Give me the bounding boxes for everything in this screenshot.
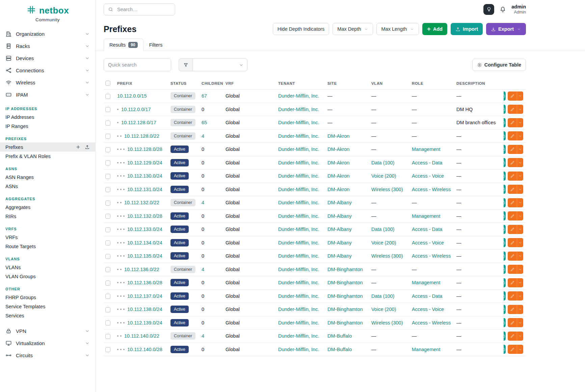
children-link[interactable]: 67 — [202, 93, 207, 99]
edit-dropdown-button[interactable] — [517, 238, 523, 247]
row-checkbox[interactable] — [105, 334, 110, 339]
notifications-button[interactable] — [499, 6, 506, 13]
brand[interactable]: netbox Community — [0, 0, 95, 24]
row-checkbox[interactable] — [105, 267, 110, 272]
role-link[interactable]: Access - Data — [412, 227, 442, 232]
copy-button[interactable] — [504, 265, 506, 274]
sidebar-item-aggregates[interactable]: Aggregates — [0, 203, 95, 212]
edit-dropdown-button[interactable] — [517, 172, 523, 181]
edit-dropdown-button[interactable] — [517, 318, 523, 327]
prefix-link[interactable]: 10.112.128.0/28 — [127, 147, 162, 152]
sidebar-item-ip-ranges[interactable]: IP Ranges — [0, 122, 95, 131]
site-link[interactable]: DM-Akron — [327, 133, 349, 139]
sidebar-item-fhrp-groups[interactable]: FHRP Groups — [0, 293, 95, 302]
role-link[interactable]: Access - Data — [412, 160, 442, 165]
role-link[interactable]: Access - Wireless — [412, 320, 451, 325]
prefix-link[interactable]: 10.112.140.0/28 — [127, 347, 162, 352]
sidebar-item-prefixes[interactable]: Prefixes — [0, 142, 95, 152]
sidebar-item-asns[interactable]: ASNs — [0, 182, 95, 191]
copy-button[interactable] — [504, 252, 506, 261]
prefix-link[interactable]: 10.112.131.0/24 — [127, 187, 162, 192]
edit-dropdown-button[interactable] — [517, 105, 523, 114]
tab-filters[interactable]: Filters — [143, 38, 168, 51]
tenant-link[interactable]: Dunder-Mifflin, Inc. — [278, 133, 319, 139]
edit-button[interactable] — [508, 172, 517, 181]
edit-dropdown-button[interactable] — [517, 158, 523, 167]
global-search[interactable] — [104, 3, 175, 16]
prefix-link[interactable]: 10.112.132.0/28 — [127, 213, 162, 219]
sidebar-item-organization[interactable]: Organization — [0, 28, 95, 40]
sidebar-item-route-targets[interactable]: Route Targets — [0, 242, 95, 251]
row-checkbox[interactable] — [105, 107, 110, 112]
tab-results[interactable]: Results 90 — [104, 38, 143, 51]
row-checkbox[interactable] — [105, 147, 110, 152]
saved-filter-select[interactable] — [193, 58, 247, 71]
tenant-link[interactable]: Dunder-Mifflin, Inc. — [278, 107, 319, 112]
role-link[interactable]: Access - Wireless — [412, 253, 451, 259]
import-prefixes-button[interactable] — [85, 145, 90, 150]
tenant-link[interactable]: Dunder-Mifflin, Inc. — [278, 320, 319, 325]
edit-dropdown-button[interactable] — [517, 332, 523, 341]
tenant-link[interactable]: Dunder-Mifflin, Inc. — [278, 227, 319, 232]
edit-button[interactable] — [508, 118, 517, 127]
copy-button[interactable] — [504, 278, 506, 287]
max-depth-dropdown[interactable]: Max Depth — [333, 23, 373, 35]
site-link[interactable]: DM-Akron — [327, 187, 349, 192]
edit-button[interactable] — [508, 305, 517, 314]
edit-button[interactable] — [508, 345, 517, 354]
role-link[interactable]: Management — [412, 147, 441, 152]
site-link[interactable]: DM-Buffalo — [327, 347, 352, 352]
role-link[interactable]: Management — [412, 347, 441, 352]
export-button[interactable]: Export — [486, 23, 526, 35]
site-link[interactable]: DM-Albany — [327, 200, 352, 205]
site-link[interactable]: DM-Albany — [327, 227, 352, 232]
site-link[interactable]: DM-Akron — [327, 160, 349, 165]
row-checkbox[interactable] — [105, 227, 110, 232]
edit-button[interactable] — [508, 238, 517, 247]
sidebar-item-vrfs[interactable]: VRFs — [0, 233, 95, 242]
role-link[interactable]: Access - Voice — [412, 240, 444, 245]
edit-button[interactable] — [508, 225, 517, 234]
sidebar-item-wireless[interactable]: Wireless — [0, 76, 95, 88]
prefix-link[interactable]: 10.112.128.0/22 — [124, 133, 159, 139]
edit-dropdown-button[interactable] — [517, 225, 523, 234]
prefix-link[interactable]: 10.112.128.0/17 — [121, 120, 156, 125]
edit-button[interactable] — [508, 291, 517, 300]
edit-dropdown-button[interactable] — [517, 291, 523, 300]
role-link[interactable]: Access - Voice — [412, 173, 444, 179]
edit-dropdown-button[interactable] — [517, 145, 523, 154]
tenant-link[interactable]: Dunder-Mifflin, Inc. — [278, 293, 319, 299]
prefix-link[interactable]: 10.112.0.0/15 — [117, 93, 147, 99]
edit-button[interactable] — [508, 318, 517, 327]
row-checkbox[interactable] — [105, 160, 110, 165]
edit-dropdown-button[interactable] — [517, 265, 523, 274]
row-checkbox[interactable] — [105, 347, 110, 352]
edit-dropdown-button[interactable] — [517, 345, 523, 354]
row-checkbox[interactable] — [105, 94, 110, 99]
prefix-link[interactable]: 10.112.140.0/22 — [124, 333, 159, 339]
site-link[interactable]: DM-Binghamton — [327, 320, 363, 325]
edit-dropdown-button[interactable] — [517, 252, 523, 261]
prefix-link[interactable]: 10.112.136.0/28 — [127, 280, 162, 285]
row-checkbox[interactable] — [105, 187, 110, 192]
column-header-tenant[interactable]: Tenant — [278, 77, 327, 89]
vlan-link[interactable]: Wireless (300) — [371, 320, 403, 325]
sidebar-item-services[interactable]: Services — [0, 311, 95, 320]
prefix-link[interactable]: 10.112.134.0/24 — [127, 240, 162, 245]
sidebar-item-racks[interactable]: Racks — [0, 40, 95, 52]
sidebar-item-connections[interactable]: Connections — [0, 64, 95, 76]
children-link[interactable]: 4 — [202, 200, 204, 205]
prefix-link[interactable]: 10.112.133.0/24 — [127, 227, 162, 232]
site-link[interactable]: DM-Albany — [327, 253, 352, 259]
copy-button[interactable] — [504, 172, 506, 181]
configure-table-button[interactable]: Configure Table — [472, 59, 526, 71]
copy-button[interactable] — [504, 211, 506, 220]
select-all-checkbox[interactable] — [105, 81, 110, 86]
vlan-link[interactable]: Wireless (300) — [371, 187, 403, 192]
edit-button[interactable] — [508, 92, 517, 101]
prefix-link[interactable]: 10.112.138.0/24 — [127, 307, 162, 312]
row-checkbox[interactable] — [105, 201, 110, 206]
edit-dropdown-button[interactable] — [517, 278, 523, 287]
copy-button[interactable] — [504, 185, 506, 194]
user-menu[interactable]: admin Admin — [511, 4, 526, 15]
